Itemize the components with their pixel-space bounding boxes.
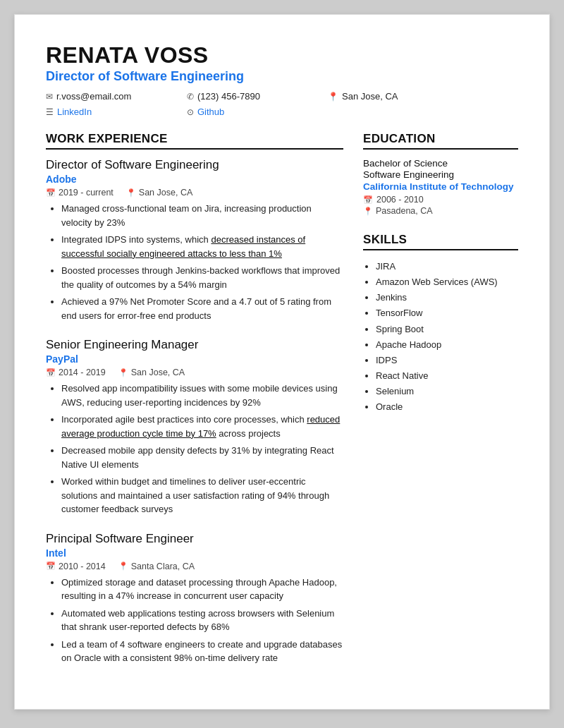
bullet-intel-1: Optimized storage and dataset processing… — [61, 576, 343, 603]
edu-field: Software Engineering — [363, 169, 518, 180]
calendar-icon-edu: 📅 — [363, 195, 373, 205]
bullet-intel-3: Led a team of 4 software engineers to cr… — [61, 638, 343, 665]
bullet-adobe-4: Achieved a 97% Net Promoter Score and a … — [61, 295, 343, 322]
location-icon: 📍 — [328, 92, 338, 102]
skill-aws: Amazon Web Services (AWS) — [376, 274, 518, 290]
calendar-icon-paypal: 📅 — [46, 368, 56, 377]
job-title-intel: Principal Software Engineer — [46, 532, 343, 546]
job-location-adobe: 📍 San Jose, CA — [126, 188, 192, 198]
job-location-intel: 📍 Santa Clara, CA — [118, 562, 195, 571]
edu-location: 📍 Pasadena, CA — [363, 206, 518, 216]
job-meta-intel: 📅 2010 - 2014 📍 Santa Clara, CA — [46, 562, 343, 571]
bullet-paypal-4: Worked within budget and timelines to de… — [61, 475, 343, 516]
bullet-adobe-1: Managed cross-functional team on Jira, i… — [61, 202, 343, 229]
bullet-adobe-2: Integrated IDPS into systems, which decr… — [61, 233, 343, 260]
linkedin-icon: ☰ — [46, 107, 54, 117]
skill-jira: JIRA — [376, 259, 518, 274]
job-bullets-adobe: Managed cross-functional team on Jira, i… — [46, 202, 343, 322]
skill-react-native: React Native — [376, 368, 518, 384]
calendar-icon-intel: 📅 — [46, 562, 56, 571]
contact-email: ✉ r.voss@email.com — [46, 91, 187, 102]
bullet-adobe-3: Boosted processes through Jenkins-backed… — [61, 264, 343, 291]
job-meta-adobe: 📅 2019 - current 📍 San Jose, CA — [46, 188, 343, 198]
calendar-icon-adobe: 📅 — [46, 188, 56, 198]
contact-location: 📍 San Jose, CA — [328, 91, 469, 102]
company-adobe: Adobe — [46, 174, 343, 185]
edu-dates: 📅 2006 - 2010 — [363, 195, 518, 205]
main-layout: WORK EXPERIENCE Director of Software Eng… — [46, 132, 518, 681]
edu-degree: Bachelor of Science — [363, 158, 518, 169]
skill-oracle: Oracle — [376, 399, 518, 415]
job-bullets-paypal: Resolved app incompatibility issues with… — [46, 382, 343, 516]
job-meta-paypal: 📅 2014 - 2019 📍 San Jose, CA — [46, 368, 343, 377]
phone-value: (123) 456-7890 — [197, 91, 260, 102]
contact-github: ⊙ Github — [187, 107, 328, 117]
resume-page: RENATA VOSS Director of Software Enginee… — [14, 14, 550, 710]
job-dates-adobe: 📅 2019 - current — [46, 188, 114, 198]
skill-jenkins: Jenkins — [376, 290, 518, 305]
skill-spring: Spring Boot — [376, 322, 518, 337]
job-paypal: Senior Engineering Manager PayPal 📅 2014… — [46, 338, 343, 516]
company-intel: Intel — [46, 547, 343, 559]
company-paypal: PayPal — [46, 353, 343, 365]
job-location-paypal: 📍 San Jose, CA — [118, 368, 185, 377]
job-title-paypal: Senior Engineering Manager — [46, 338, 343, 352]
candidate-title: Director of Software Engineering — [46, 69, 518, 84]
email-value: r.voss@email.com — [56, 91, 131, 102]
header: RENATA VOSS Director of Software Enginee… — [46, 43, 518, 119]
job-adobe: Director of Software Engineering Adobe 📅… — [46, 158, 343, 322]
education-block: Bachelor of Science Software Engineering… — [363, 158, 518, 216]
bullet-paypal-2: Incorporated agile best practices into c… — [61, 413, 343, 440]
edu-school: California Institute of Technology — [363, 181, 518, 192]
job-intel: Principal Software Engineer Intel 📅 2010… — [46, 532, 343, 665]
job-dates-intel: 📅 2010 - 2014 — [46, 562, 106, 571]
bullet-paypal-3: Decreased mobile app density defects by … — [61, 444, 343, 471]
left-column: WORK EXPERIENCE Director of Software Eng… — [46, 132, 343, 681]
email-icon: ✉ — [46, 92, 53, 102]
job-bullets-intel: Optimized storage and dataset processing… — [46, 576, 343, 665]
job-title-adobe: Director of Software Engineering — [46, 158, 343, 172]
linkedin-link[interactable]: LinkedIn — [57, 107, 92, 117]
contact-row-1: ✉ r.voss@email.com ✆ (123) 456-7890 📍 Sa… — [46, 91, 518, 104]
right-column: EDUCATION Bachelor of Science Software E… — [363, 132, 518, 681]
location-icon-edu: 📍 — [363, 207, 373, 216]
skill-idps: IDPS — [376, 353, 518, 368]
github-link[interactable]: Github — [197, 107, 224, 117]
skill-tensorflow: TensorFlow — [376, 305, 518, 321]
skill-selenium: Selenium — [376, 384, 518, 399]
job-dates-paypal: 📅 2014 - 2019 — [46, 368, 106, 377]
location-icon-intel: 📍 — [118, 562, 128, 571]
contact-linkedin: ☰ LinkedIn — [46, 107, 187, 117]
bullet-paypal-1: Resolved app incompatibility issues with… — [61, 382, 343, 409]
candidate-name: RENATA VOSS — [46, 43, 518, 68]
github-icon: ⊙ — [187, 107, 194, 117]
education-title: EDUCATION — [363, 132, 518, 150]
skills-section: SKILLS JIRA Amazon Web Services (AWS) Je… — [363, 233, 518, 415]
work-experience-title: WORK EXPERIENCE — [46, 132, 343, 150]
skill-hadoop: Apache Hadoop — [376, 337, 518, 353]
phone-icon: ✆ — [187, 92, 194, 102]
location-icon-adobe: 📍 — [126, 188, 136, 198]
contact-phone: ✆ (123) 456-7890 — [187, 91, 328, 102]
skills-list: JIRA Amazon Web Services (AWS) Jenkins T… — [363, 259, 518, 415]
location-value: San Jose, CA — [342, 91, 398, 102]
location-icon-paypal: 📍 — [118, 368, 128, 377]
skills-title: SKILLS — [363, 233, 518, 250]
contact-row-2: ☰ LinkedIn ⊙ Github — [46, 107, 518, 119]
bullet-intel-2: Automated web applications testing acros… — [61, 607, 343, 634]
